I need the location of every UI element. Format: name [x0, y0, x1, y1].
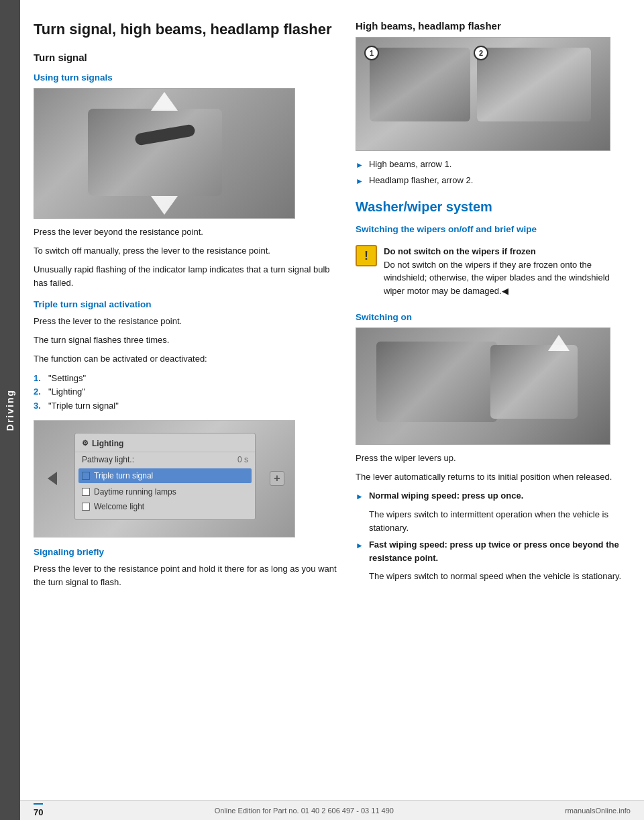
warning-title: Do not switch on the wipers if frozen [384, 246, 536, 256]
step-1-text: "Settings" [48, 372, 86, 386]
high-beams-image: 1 2 [356, 37, 610, 151]
turn-signal-image [34, 88, 295, 219]
warning-text: Do not switch on the wipers if frozen Do… [384, 245, 631, 297]
switching-on-heading: Switching on [356, 312, 631, 322]
bullet-arrow-icon-4: ► [356, 540, 364, 552]
step-2-text: "Lighting" [48, 385, 85, 399]
wiper-system-major-title: Washer/wiper system [356, 199, 631, 215]
triple-turn-checkbox [82, 472, 90, 480]
side-tab-label: Driving [5, 389, 15, 431]
welcome-label: Welcome light [94, 502, 248, 511]
step-1: 1. "Settings" [34, 372, 342, 386]
main-content: Turn signal, high beams, headlamp flashe… [20, 0, 644, 615]
step-2-num: 2. [34, 385, 44, 399]
triple-turn-signal-row: Triple turn signal [78, 468, 252, 483]
switch-on-para2: The lever automatically returns to its i… [356, 470, 631, 484]
switch-on-para1: Press the wiper levers up. [356, 452, 631, 465]
page-number: 70 [34, 803, 43, 817]
bullet-arrow-icon-2: ► [356, 175, 364, 187]
signaling-briefly-para: Press the lever to the resistance point … [34, 562, 342, 589]
daytime-running-row: Daytime running lamps [75, 484, 255, 499]
wiper-bullets: ► Normal wiping speed: press up once. Th… [356, 489, 631, 583]
lighting-menu-panel: ⚙ Lighting Pathway light.: 0 s Triple tu… [74, 433, 256, 520]
step-3-num: 3. [34, 399, 44, 413]
high-beams-heading: High beams, headlamp flasher [356, 20, 631, 32]
triple-para1: Press the lever to the resistance point. [34, 315, 342, 328]
wiper-bullet-2: ► Fast wiping speed: press up twice or p… [356, 538, 631, 583]
wiper-image [356, 327, 610, 445]
wiper-bullet-2-lead: Fast wiping speed: press up twice or pre… [369, 538, 631, 564]
right-column: High beams, headlamp flasher 1 2 ► High … [356, 20, 631, 595]
high-beams-bullet-1-text: High beams, arrow 1. [369, 158, 452, 171]
high-beams-bullet-1: ► High beams, arrow 1. [356, 158, 631, 171]
step-3: 3. "Triple turn signal" [34, 399, 342, 413]
settings-steps-list: 1. "Settings" 2. "Lighting" 3. "Triple t… [34, 372, 342, 413]
bullet-arrow-icon-1: ► [356, 159, 364, 171]
turn-signal-para1: Press the lever beyond the resistance po… [34, 225, 342, 239]
footer-watermark: rmanualsOnline.info [565, 807, 631, 815]
using-turn-signals-heading: Using turn signals [34, 72, 342, 83]
lighting-screen-mockup: + ⚙ Lighting Pathway light.: 0 s Triple … [34, 420, 295, 537]
high-beams-bullets: ► High beams, arrow 1. ► Headlamp flashe… [356, 158, 631, 187]
high-beams-bullet-2-text: Headlamp flasher, arrow 2. [369, 174, 473, 187]
high-beams-bullet-2: ► Headlamp flasher, arrow 2. [356, 174, 631, 187]
page-title: Turn signal, high beams, headlamp flashe… [34, 20, 342, 40]
bullet-arrow-icon-3: ► [356, 491, 364, 503]
bottom-bar: 70 Online Edition for Part no. 01 40 2 6… [20, 800, 644, 820]
pathway-light-value: 0 s [237, 455, 248, 464]
turn-signal-para2: To switch off manually, press the lever … [34, 244, 342, 258]
lighting-menu-title: ⚙ Lighting [75, 439, 255, 452]
pathway-light-row: Pathway light.: 0 s [75, 452, 255, 467]
signaling-briefly-heading: Signaling briefly [34, 547, 342, 557]
pathway-light-label: Pathway light.: [82, 455, 233, 464]
welcome-checkbox [82, 503, 90, 511]
turn-signal-heading: Turn signal [34, 52, 342, 63]
triple-para2: The turn signal flashes three times. [34, 334, 342, 347]
daytime-checkbox [82, 488, 90, 496]
wiper-bullet-1-detail: The wipers switch to intermittent operat… [369, 508, 631, 534]
wiper-bullet-1: ► Normal wiping speed: press up once. Th… [356, 489, 631, 534]
wiper-bullet-2-detail: The wipers switch to normal speed when t… [369, 570, 621, 583]
daytime-label: Daytime running lamps [94, 487, 248, 497]
turn-signal-para3: Unusually rapid flashing of the indicato… [34, 263, 342, 290]
step-1-num: 1. [34, 372, 44, 386]
step-2: 2. "Lighting" [34, 385, 342, 399]
warning-body: Do not switch on the wipers if they are … [384, 260, 610, 296]
left-column: Turn signal, high beams, headlamp flashe… [34, 20, 342, 595]
footer-copyright: Online Edition for Part no. 01 40 2 606 … [215, 807, 394, 815]
side-tab: Driving [0, 0, 20, 820]
triple-turn-signal-heading: Triple turn signal activation [34, 299, 342, 309]
welcome-light-row: Welcome light [75, 499, 255, 514]
switching-wipers-heading: Switching the wipers on/off and brief wi… [356, 224, 631, 234]
warning-icon: ! [356, 245, 377, 266]
triple-turn-label: Triple turn signal [94, 471, 248, 480]
warning-box: ! Do not switch on the wipers if frozen … [356, 240, 631, 303]
step-3-text: "Triple turn signal" [48, 399, 119, 413]
wiper-bullet-1-lead: Normal wiping speed: press up once. [369, 489, 523, 503]
triple-para3: The function can be activated or deactiv… [34, 352, 342, 366]
